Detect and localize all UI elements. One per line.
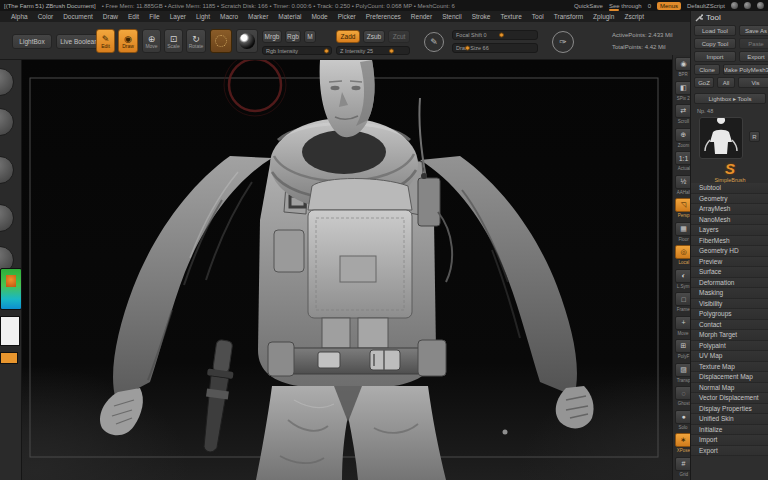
clone-button[interactable]: Clone	[694, 64, 720, 75]
subpalette-row[interactable]: Displacement Map	[691, 372, 768, 383]
subpalette-row[interactable]: Import	[691, 435, 768, 446]
lightbox-tools-button[interactable]: Lightbox ▸ Tools	[694, 93, 766, 104]
subpalette-row[interactable]: Layers	[691, 225, 768, 236]
subpalette-row[interactable]: Display Properties	[691, 404, 768, 415]
color-picker-swatch[interactable]	[0, 268, 22, 310]
draw-size-knob[interactable]	[465, 46, 470, 51]
menu-item[interactable]: Mode	[306, 13, 332, 20]
subpalette-row[interactable]: Initialize	[691, 425, 768, 436]
quicksave-button[interactable]: QuickSave	[574, 3, 603, 9]
m-button[interactable]: M	[304, 30, 316, 43]
subpalette-row[interactable]: Texture Map	[691, 362, 768, 373]
see-through-slider[interactable]: See through	[609, 3, 642, 9]
z-intensity-slider[interactable]: Z Intensity 25	[336, 46, 410, 55]
subpalette-row[interactable]: Normal Map	[691, 383, 768, 394]
rgb-intensity-slider[interactable]: Rgb Intensity	[262, 46, 332, 55]
menu-item[interactable]: Tool	[527, 13, 549, 20]
move-button[interactable]: ⊕ Move	[142, 29, 161, 53]
subpalette-row[interactable]: Subtool	[691, 183, 768, 194]
titlebar-icon-1[interactable]	[731, 2, 738, 9]
subpalette-row[interactable]: Polypaint	[691, 341, 768, 352]
subpalette-row[interactable]: FiberMesh	[691, 236, 768, 247]
subpalette-row[interactable]: NanoMesh	[691, 215, 768, 226]
menu-item[interactable]: Zplugin	[588, 13, 619, 20]
draw-size-slider[interactable]: Draw Size 66	[452, 43, 538, 53]
menu-item[interactable]: Zscript	[619, 13, 649, 20]
save-as-button[interactable]: Save As	[739, 25, 768, 36]
rotate-button[interactable]: ↻ Rotate	[186, 29, 206, 53]
export-button[interactable]: Export	[739, 51, 768, 62]
subpalette-row[interactable]: ArrayMesh	[691, 204, 768, 215]
menu-item[interactable]: Material	[273, 13, 306, 20]
subpalette-row[interactable]: Geometry	[691, 194, 768, 205]
z-intensity-knob[interactable]	[389, 48, 394, 53]
menu-item[interactable]: Light	[191, 13, 215, 20]
default-zscript-button[interactable]: DefaultZScript	[687, 3, 725, 9]
menu-item[interactable]: File	[144, 13, 164, 20]
subpalette-row[interactable]: Polygroups	[691, 309, 768, 320]
titlebar-icon-3[interactable]	[757, 2, 764, 9]
subpalette-row[interactable]: Surface	[691, 267, 768, 278]
import-button[interactable]: Import	[694, 51, 736, 62]
subpalette-row[interactable]: UV Map	[691, 351, 768, 362]
brush-modifier-icon[interactable]: ✎	[424, 32, 444, 52]
stroke-pen-icon[interactable]: ✑	[552, 31, 574, 53]
tool-r-button[interactable]: R	[749, 131, 760, 142]
mrgb-button[interactable]: Mrgb	[262, 30, 282, 43]
zadd-button[interactable]: Zadd	[336, 30, 360, 43]
subpalette-row[interactable]: Geometry HD	[691, 246, 768, 257]
subpalette-row[interactable]: Visibility	[691, 299, 768, 310]
zcut-button[interactable]: Zcut	[388, 30, 410, 43]
current-tool-thumbnail[interactable]	[699, 117, 743, 159]
subpalette-row[interactable]: Vector Displacement	[691, 393, 768, 404]
rgb-intensity-knob[interactable]	[324, 48, 329, 53]
menu-item[interactable]: Macro	[215, 13, 243, 20]
menu-item[interactable]: Color	[33, 13, 59, 20]
goz-button[interactable]: GoZ	[694, 77, 714, 88]
texture-thumbnail[interactable]	[0, 204, 14, 232]
goz-visible-button[interactable]: Vis	[738, 77, 768, 88]
subpalette-row[interactable]: Preview	[691, 257, 768, 268]
focal-shift-knob[interactable]	[499, 33, 504, 38]
subpalette-row[interactable]: Masking	[691, 288, 768, 299]
menu-item[interactable]: Preferences	[361, 13, 406, 20]
menu-item[interactable]: Draw	[98, 13, 123, 20]
zsub-button[interactable]: Zsub	[363, 30, 385, 43]
brush-thumbnail[interactable]	[0, 68, 14, 96]
menu-item[interactable]: Picker	[333, 13, 361, 20]
document-canvas[interactable]	[22, 60, 672, 480]
menu-item[interactable]: Edit	[123, 13, 144, 20]
menu-item[interactable]: Stroke	[467, 13, 496, 20]
subpalette-row[interactable]: Export	[691, 446, 768, 457]
current-stroke-button[interactable]	[210, 29, 232, 53]
titlebar-icon-2[interactable]	[744, 2, 751, 9]
stroke-thumbnail[interactable]	[0, 108, 14, 136]
menu-item[interactable]: Layer	[165, 13, 191, 20]
load-tool-button[interactable]: Load Tool	[694, 25, 736, 36]
lightbox-button[interactable]: LightBox	[12, 34, 52, 49]
subpalette-row[interactable]: Unified Skin	[691, 414, 768, 425]
menus-button[interactable]: Menus	[657, 2, 681, 10]
rgb-button[interactable]: Rgb	[285, 30, 301, 43]
menu-item[interactable]: Marker	[243, 13, 273, 20]
subpalette-row[interactable]: Contact	[691, 320, 768, 331]
subpalette-row[interactable]: Deformation	[691, 278, 768, 289]
menu-item[interactable]: Alpha	[6, 13, 33, 20]
alpha-thumbnail[interactable]	[0, 156, 14, 184]
main-color-swatch[interactable]	[0, 316, 20, 346]
menu-item[interactable]: Render	[406, 13, 437, 20]
goz-all-button[interactable]: All	[717, 77, 735, 88]
menu-item[interactable]: Transform	[549, 13, 588, 20]
edit-button[interactable]: ✎ Edit	[96, 29, 115, 53]
current-material-button[interactable]	[236, 29, 258, 53]
copy-tool-button[interactable]: Copy Tool	[694, 38, 736, 49]
secondary-color-swatch[interactable]	[0, 352, 18, 364]
make-polymesh-button[interactable]: Make PolyMesh3D	[723, 64, 768, 75]
menu-item[interactable]: Texture	[495, 13, 526, 20]
tool-panel-header[interactable]: Tool	[695, 13, 721, 22]
scale-button[interactable]: ⊡ Scale	[164, 29, 183, 53]
subpalette-row[interactable]: Morph Target	[691, 330, 768, 341]
menu-item[interactable]: Document	[58, 13, 98, 20]
menu-item[interactable]: Stencil	[437, 13, 467, 20]
active-tool[interactable]: S SimpleBrush	[691, 161, 768, 183]
